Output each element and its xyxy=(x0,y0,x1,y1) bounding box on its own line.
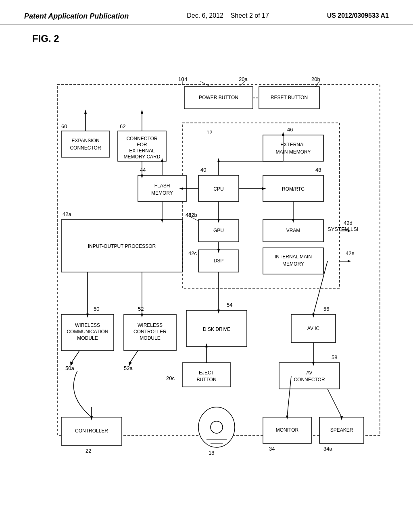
av-conn-l2: CONNECTOR xyxy=(294,377,325,382)
ref-54-label: 54 xyxy=(227,302,232,308)
ref-14-label: 14 xyxy=(181,76,187,82)
expansion-connector-box xyxy=(61,131,110,157)
ref-48-label: 48 xyxy=(315,167,321,173)
monitor-label: MONITOR xyxy=(276,427,299,433)
av-ic-label: AV IC xyxy=(307,326,320,331)
controller-label: CONTROLLER xyxy=(75,428,108,434)
ref-52a-label: 52a xyxy=(124,365,133,371)
int-main-l1: INTERNAL MAIN xyxy=(275,254,312,260)
iop-label: INPUT-OUTPUT PROCESSOR xyxy=(88,243,156,249)
patent-diagram: 10 12 POWER BUTTON 14 20a RESET BUTTON 2… xyxy=(25,52,388,496)
disk-drive-label: DISK DRIVE xyxy=(203,326,230,332)
publication-label: Patent Application Publication xyxy=(24,12,129,21)
reset-button-label: RESET BUTTON xyxy=(271,95,308,100)
eject-l1: EJECT xyxy=(199,370,215,376)
wcm-l1: WIRELESS xyxy=(75,322,100,328)
ref-42b-label: 42b xyxy=(188,212,197,218)
ref-40-label: 40 xyxy=(200,167,206,173)
diagram-area: FIG. 2 10 12 POWER BUTTON 14 20a RESET B… xyxy=(0,25,413,509)
ref-42a-label: 42a xyxy=(63,211,71,217)
ref-62-label: 62 xyxy=(120,123,125,129)
flash-l2: MEMORY xyxy=(151,190,173,196)
svg-marker-9 xyxy=(348,260,351,262)
int-main-l2: MEMORY xyxy=(282,261,304,267)
system-lsi-label: SYSTEM LSI xyxy=(327,226,359,232)
svg-line-49 xyxy=(130,351,138,363)
power-button-label: POWER BUTTON xyxy=(199,95,238,100)
ref-42d-label: 42d xyxy=(344,220,353,226)
svg-line-43 xyxy=(327,389,342,417)
cpu-label: CPU xyxy=(213,186,223,192)
dsp-label: DSP xyxy=(214,258,224,264)
ref-42e-label: 42e xyxy=(346,250,355,256)
ref-12-label: 12 xyxy=(206,129,212,135)
conn-ext-l4: MEMORY CARD xyxy=(124,154,161,160)
patent-number: US 2012/0309533 A1 xyxy=(327,12,389,19)
ref-34a-label: 34a xyxy=(323,446,332,452)
eject-l2: BUTTON xyxy=(196,377,216,382)
page: Patent Application Publication Dec. 6, 2… xyxy=(0,0,413,532)
svg-marker-13 xyxy=(84,110,87,114)
rom-rtc-label: ROM/RTC xyxy=(282,186,305,192)
svg-line-1 xyxy=(200,81,211,87)
speaker-label: SPEAKER xyxy=(330,427,353,433)
wctrl-l3: MODULE xyxy=(140,335,160,341)
conn-ext-l3: EXTERNAL xyxy=(129,148,155,154)
ref-60-label: 60 xyxy=(61,123,67,129)
wctrl-l2: CONTROLLER xyxy=(133,329,167,335)
ext-main-l1: EXTERNAL xyxy=(280,142,306,148)
ref-20b-label: 20b xyxy=(311,76,320,82)
ref-20c-label: 20c xyxy=(166,375,175,381)
ref-52-label: 52 xyxy=(138,306,144,312)
av-conn-l1: AV xyxy=(306,370,312,376)
ref-22-label: 22 xyxy=(86,448,91,454)
disk-inner xyxy=(211,421,223,433)
ref-18-label: 18 xyxy=(209,450,214,456)
av-conn-box xyxy=(279,363,340,389)
svg-line-47 xyxy=(71,351,79,363)
ref-34-label: 34 xyxy=(269,446,275,452)
ref-50-label: 50 xyxy=(94,306,99,312)
expansion-connector-label2: CONNECTOR xyxy=(70,145,101,151)
vram-label: VRAM xyxy=(286,228,300,233)
page-header: Patent Application Publication Dec. 6, 2… xyxy=(0,0,413,25)
wcm-l3: MODULE xyxy=(77,335,98,341)
ref-20a-label: 20a xyxy=(239,76,248,82)
svg-marker-24 xyxy=(282,132,284,136)
wcm-l2: COMMUNICATION xyxy=(67,329,108,335)
ref-50a-label: 50a xyxy=(65,365,74,371)
ref-46-label: 46 xyxy=(287,127,293,133)
conn-ext-l1: CONNECTOR xyxy=(126,136,157,141)
ref-58-label: 58 xyxy=(332,354,337,360)
ext-main-l2: MAIN MEMORY xyxy=(275,149,311,155)
date-sheet: Dec. 6, 2012 Sheet 2 of 17 xyxy=(187,12,269,19)
gpu-label: GPU xyxy=(213,228,224,233)
ext-main-mem-box xyxy=(263,135,323,161)
flash-l1: FLASH xyxy=(154,183,170,189)
ref-44-label: 44 xyxy=(140,167,146,173)
figure-label: FIG. 2 xyxy=(32,33,389,44)
expansion-connector-label: EXPANSION xyxy=(71,138,99,143)
conn-ext-l2: FOR xyxy=(137,142,147,148)
wctrl-l1: WIRELESS xyxy=(138,322,163,328)
ref-56-label: 56 xyxy=(323,306,329,312)
svg-marker-15 xyxy=(141,110,143,114)
ref-42c-label: 42c xyxy=(188,250,197,256)
